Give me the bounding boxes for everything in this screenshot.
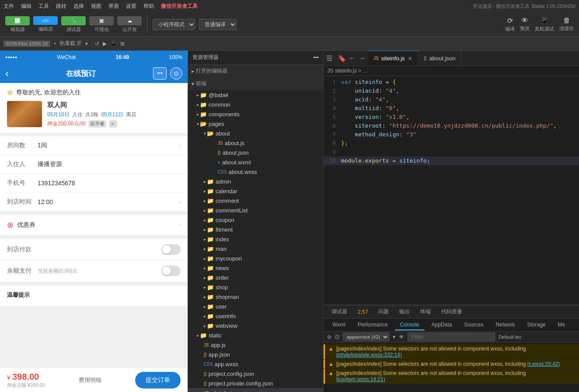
warning-link-3[interactable]: tice/item.wxss:14:21) [336,376,385,382]
play-icon[interactable]: ▶ [103,41,107,47]
folder-comment[interactable]: ▸ 📁 comment [188,196,323,205]
console-eye-btn[interactable]: 👁 [399,334,404,340]
console-clear-btn[interactable]: ⊘ [327,334,331,340]
nav-home-btn[interactable]: ⊙ [170,67,182,80]
folder-calendar[interactable]: ▸ 📁 calendar [188,186,323,196]
tab-about-json[interactable]: {} about.json [419,51,461,66]
mode-select[interactable]: 小程序模式 [153,19,195,30]
devtools-console[interactable]: Console [395,320,425,330]
menu-interface[interactable]: 界面 [108,3,119,10]
bottom-tab-debugger[interactable]: 调试器 [327,307,352,316]
bottom-tab-output[interactable]: 输出 [395,307,414,316]
file-about-wxss[interactable]: CSS about.wxss [188,167,323,177]
devtools-wxml[interactable]: Wxml [327,320,351,330]
folder-static[interactable]: ▸ 📁 static [188,330,323,340]
folder-user[interactable]: ▸ 📁 user [188,302,323,311]
menu-wechat-devtools[interactable]: 微信开发者工具 [161,3,198,10]
menu-tools[interactable]: 工具 [38,3,49,10]
menu-help[interactable]: 帮助 [143,3,154,10]
nav-forward-icon[interactable]: → [359,54,366,62]
warning-link-2[interactable]: rt.wxss:25:42) [527,361,560,367]
nav-back-icon[interactable]: ← [349,54,356,62]
menu-settings[interactable]: 设置 [126,3,136,10]
menu-goto[interactable]: 跳转 [56,3,66,10]
open-editors-section[interactable]: ▸ 打开的编辑器 [188,65,323,77]
warning-link-1[interactable]: pstyle/topstyle.wxss:332:14) [336,352,402,358]
menu-file[interactable]: 文件 [3,3,14,10]
devtools-network[interactable]: Network [490,320,520,330]
file-app-js[interactable]: JS app.js [188,340,323,350]
refresh-button[interactable]: ⟳编译 [505,17,515,32]
folder-babel[interactable]: ▸ 📁 @babel [188,90,323,100]
folder-index[interactable]: ▸ 📁 index [188,234,323,244]
folder-coupon[interactable]: ▸ 📁 coupon [188,215,323,225]
tab-siteinfo-js[interactable]: JS siteinfo.js ✕ [368,51,419,66]
file-about-wxml[interactable]: ≡ about.wxml [188,157,323,167]
room-count-row[interactable]: 房间数 1间 › [0,136,188,155]
bottom-tab-quality[interactable]: 代码质量 [437,307,467,316]
submit-order-button[interactable]: 提交订单 [135,372,181,389]
realtest-button[interactable]: 📱真机调试 [535,17,554,32]
detail-link[interactable]: 费用明细 [79,376,101,384]
bottom-tab-issues[interactable]: 问题 [374,307,393,316]
devtools-me[interactable]: Me [553,320,571,330]
bookmark-icon[interactable]: 🔖 [338,54,346,62]
folder-shopman[interactable]: ▸ 📁 shopman [188,292,323,302]
guest-row[interactable]: 入住人 播播资源 [0,155,188,174]
devtools-storage[interactable]: Storage [522,320,551,330]
file-project-config[interactable]: {} project.config.json [188,369,323,378]
frontend-section[interactable]: ▾ 前端 [188,77,323,90]
folder-order[interactable]: ▸ 📁 order [188,273,323,282]
editor-button[interactable]: </> [33,16,58,25]
file-about-js[interactable]: JS about.js [188,138,323,148]
simulator-button[interactable]: ⬜ [5,16,30,25]
folder-userinfo[interactable]: ▸ 📁 userinfo [188,311,323,321]
payment-toggle[interactable] [161,244,181,255]
nav-menu-btn[interactable]: ••• [153,67,167,80]
bottom-tab-errors[interactable]: 2,57 [353,308,372,316]
menu-edit[interactable]: 编辑 [21,3,31,10]
devtools-appdata[interactable]: AppData [426,320,457,330]
folder-admin[interactable]: ▸ 📁 admin [188,177,323,186]
coupon-row[interactable]: ⊗ 优惠券 › [0,215,188,236]
file-about-json[interactable]: {} about.json [188,148,323,157]
clearcache-button[interactable]: 🗑清缓存 [559,17,574,32]
folder-common[interactable]: ▸ 📁 common [188,100,323,109]
folder-man[interactable]: ▸ 📁 man [188,244,323,253]
folder-about[interactable]: ▾ 📂 about [188,128,323,138]
file-app-json[interactable]: {} app.json [188,350,323,359]
folder-fitment[interactable]: ▸ 📁 fitment [188,225,323,234]
compile-select[interactable]: 普通编译 [199,19,237,30]
file-app-wxss[interactable]: CSS app.wxss [188,359,323,369]
phone-icon[interactable]: 📱 [110,41,117,47]
file-project-private-config[interactable]: {} project.private.config.json [188,378,323,388]
folder-commentlist[interactable]: ▸ 📁 commentList [188,205,323,215]
camera-icon[interactable]: ⊞ [120,41,125,47]
arrival-row[interactable]: 到店时间 12:00 › [0,193,188,212]
debugger-button[interactable]: 🔧 [61,16,86,25]
hotreload-label[interactable]: 热重载 开 [59,40,82,47]
menu-view[interactable]: 视图 [91,3,101,10]
file-siteinfo-js[interactable]: JS siteinfo.js [188,388,323,392]
tab-siteinfo-js-close[interactable]: ✕ [408,55,413,62]
folder-news[interactable]: ▸ 📁 news [188,263,323,273]
filetree-more-icon[interactable]: ••• [313,55,319,61]
menu-select[interactable]: 选择 [73,3,84,10]
phone-back-btn[interactable]: ‹ [5,67,9,80]
phone-row[interactable]: 手机号 13912345678 [0,174,188,193]
editor-sidebar-toggle[interactable]: ☰ [324,54,335,62]
balance-toggle[interactable] [161,266,181,276]
console-dropdown-arrow[interactable]: ▾ [393,334,395,340]
folder-pages[interactable]: ▾ 📂 pages [188,119,323,128]
console-pause-btn[interactable]: ⊡ [335,334,339,340]
refresh-icon[interactable]: ↺ [95,41,99,47]
folder-shop[interactable]: ▸ 📁 shop [188,282,323,292]
bottom-tab-terminal[interactable]: 终端 [416,307,435,316]
folder-components[interactable]: ▸ 📁 components [188,109,323,119]
devtools-sources[interactable]: Sources [459,320,488,330]
cloud-button[interactable]: ☁ [117,16,142,25]
visible-button[interactable]: ▦ [89,16,114,25]
appservice-select[interactable]: appservice (#2) [343,333,389,341]
devtools-performance[interactable]: Performance [352,320,393,330]
console-filter-input[interactable] [408,333,495,341]
